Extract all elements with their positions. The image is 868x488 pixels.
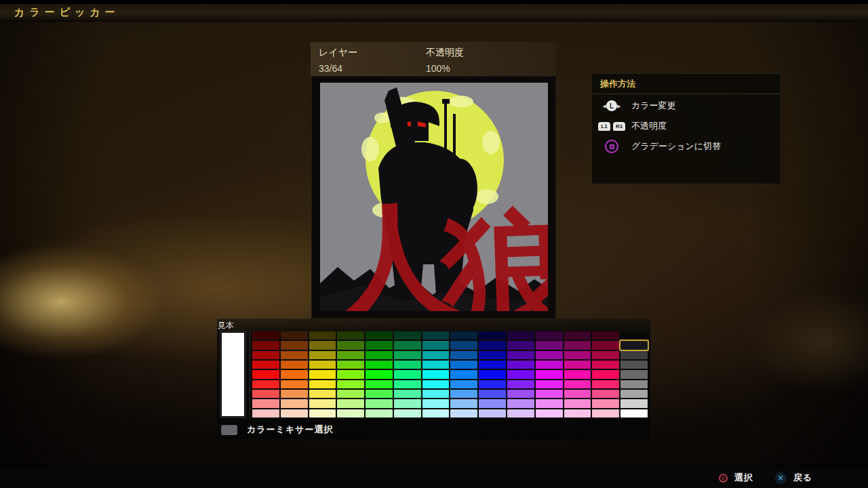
palette-swatch[interactable]: [620, 331, 648, 340]
palette-swatch[interactable]: [564, 351, 591, 359]
palette-swatch[interactable]: [309, 331, 336, 340]
palette-swatch[interactable]: [281, 380, 308, 388]
palette-swatch[interactable]: [450, 341, 477, 349]
palette-swatch[interactable]: [422, 409, 450, 418]
palette-swatch[interactable]: [479, 399, 506, 407]
palette-swatch[interactable]: [536, 331, 563, 340]
palette-swatch[interactable]: [479, 409, 506, 418]
palette-swatch[interactable]: [366, 331, 393, 340]
palette-swatch[interactable]: [337, 331, 364, 340]
palette-swatch[interactable]: [564, 380, 591, 388]
palette-swatch[interactable]: [422, 341, 450, 349]
palette-swatch[interactable]: [592, 331, 619, 340]
palette-swatch[interactable]: [564, 361, 591, 369]
palette-swatch[interactable]: [592, 409, 619, 418]
palette-swatch[interactable]: [592, 361, 619, 369]
palette-swatch[interactable]: [564, 370, 591, 378]
palette-swatch[interactable]: [252, 331, 279, 340]
palette-swatch[interactable]: [394, 331, 421, 340]
palette-swatch[interactable]: [281, 390, 308, 398]
palette-swatch[interactable]: [450, 351, 477, 359]
palette-swatch-selected[interactable]: [620, 341, 648, 349]
palette-swatch[interactable]: [281, 331, 308, 340]
palette-swatch[interactable]: [366, 399, 393, 407]
palette-swatch[interactable]: [366, 341, 393, 349]
palette-swatch[interactable]: [479, 331, 506, 340]
palette-swatch[interactable]: [422, 370, 450, 378]
palette-swatch[interactable]: [592, 341, 619, 349]
palette-swatch[interactable]: [337, 380, 364, 388]
palette-swatch[interactable]: [252, 390, 279, 398]
palette-swatch[interactable]: [337, 409, 364, 418]
palette-swatch[interactable]: [450, 331, 477, 340]
palette-swatch[interactable]: [536, 409, 563, 418]
palette-swatch[interactable]: [366, 380, 393, 388]
palette-swatch[interactable]: [536, 370, 563, 378]
palette-swatch[interactable]: [536, 390, 563, 398]
palette-swatch[interactable]: [479, 361, 506, 369]
palette-swatch[interactable]: [479, 390, 506, 398]
palette-swatch[interactable]: [592, 390, 619, 398]
palette-swatch[interactable]: [252, 399, 279, 407]
palette-swatch[interactable]: [507, 380, 534, 388]
palette-swatch[interactable]: [620, 409, 648, 418]
palette-swatch[interactable]: [507, 409, 534, 418]
palette-swatch[interactable]: [394, 399, 421, 407]
palette-swatch[interactable]: [536, 341, 563, 349]
palette-swatch[interactable]: [252, 361, 279, 369]
palette-swatch[interactable]: [309, 380, 336, 388]
palette-swatch[interactable]: [507, 390, 534, 398]
palette-swatch[interactable]: [422, 390, 450, 398]
palette-swatch[interactable]: [592, 399, 619, 407]
palette-swatch[interactable]: [394, 370, 421, 378]
palette-swatch[interactable]: [450, 390, 477, 398]
palette-swatch[interactable]: [422, 351, 450, 359]
palette-swatch[interactable]: [620, 380, 648, 388]
palette-swatch[interactable]: [309, 370, 336, 378]
palette-swatch[interactable]: [507, 399, 534, 407]
palette-swatch[interactable]: [450, 399, 477, 407]
palette-swatch[interactable]: [309, 341, 336, 349]
palette-swatch[interactable]: [564, 409, 591, 418]
palette-swatch[interactable]: [564, 331, 591, 340]
palette-swatch[interactable]: [281, 351, 308, 359]
palette-swatch[interactable]: [366, 351, 393, 359]
cross-button-icon[interactable]: ✕: [775, 472, 787, 484]
palette-swatch[interactable]: [536, 380, 563, 388]
palette-swatch[interactable]: [281, 409, 308, 418]
palette-swatch[interactable]: [337, 390, 364, 398]
palette-swatch[interactable]: [309, 390, 336, 398]
palette-swatch[interactable]: [337, 399, 364, 407]
palette-swatch[interactable]: [620, 390, 648, 398]
palette-swatch[interactable]: [564, 390, 591, 398]
palette-swatch[interactable]: [507, 370, 534, 378]
palette-swatch[interactable]: [281, 341, 308, 349]
palette-swatch[interactable]: [450, 380, 477, 388]
palette-swatch[interactable]: [422, 399, 450, 407]
palette-swatch[interactable]: [252, 409, 279, 418]
palette-swatch[interactable]: [394, 409, 421, 418]
palette-swatch[interactable]: [309, 361, 336, 369]
palette-swatch[interactable]: [479, 380, 506, 388]
palette-swatch[interactable]: [422, 361, 450, 369]
color-mixer-row[interactable]: カラーミキサー選択: [221, 422, 334, 437]
palette-swatch[interactable]: [252, 351, 279, 359]
palette-swatch[interactable]: [252, 341, 279, 349]
palette-swatch[interactable]: [450, 361, 477, 369]
palette-swatch[interactable]: [281, 399, 308, 407]
palette-swatch[interactable]: [366, 361, 393, 369]
circle-button-icon[interactable]: [719, 474, 728, 483]
palette-swatch[interactable]: [620, 370, 648, 378]
palette-swatch[interactable]: [337, 341, 364, 349]
palette-swatch[interactable]: [422, 331, 450, 340]
palette-swatch[interactable]: [281, 361, 308, 369]
palette-swatch[interactable]: [536, 399, 563, 407]
palette-swatch[interactable]: [620, 361, 648, 369]
palette-swatch[interactable]: [309, 409, 336, 418]
palette-swatch[interactable]: [422, 380, 450, 388]
palette-swatch[interactable]: [564, 341, 591, 349]
palette-swatch[interactable]: [337, 370, 364, 378]
palette-swatch[interactable]: [394, 390, 421, 398]
palette-swatch[interactable]: [252, 380, 279, 388]
palette-swatch[interactable]: [592, 351, 619, 359]
